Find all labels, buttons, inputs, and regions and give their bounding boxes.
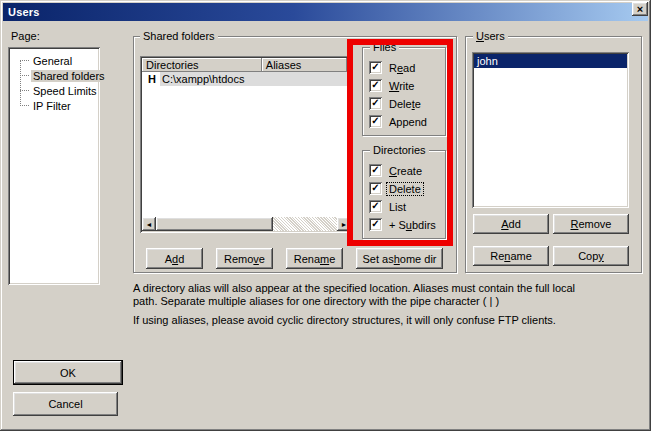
note-line: A directory alias will also appear at th…	[133, 282, 575, 294]
checkbox-dir-delete[interactable]: ✓	[369, 182, 382, 195]
page-item-shared-folders[interactable]: Shared folders	[8, 68, 100, 83]
users-list[interactable]: john	[472, 52, 629, 208]
users-dialog: Users × Page: General Shared folders Spe…	[0, 0, 651, 431]
scroll-right-button[interactable]: ►	[337, 217, 351, 231]
page-tree: General Shared folders Speed Limits IP F…	[8, 53, 100, 113]
shared-rename-button[interactable]: Rename	[286, 248, 343, 269]
close-button[interactable]: ×	[632, 2, 648, 16]
note-line: path. Separate multiple aliases for one …	[133, 295, 499, 307]
checkbox-read[interactable]: ✓	[369, 61, 382, 74]
window-title: Users	[8, 6, 40, 18]
check-icon: ✓	[371, 80, 379, 90]
horizontal-scrollbar[interactable]: ◄ ►	[142, 217, 351, 231]
page-item-ip-filter[interactable]: IP Filter	[8, 98, 100, 113]
page-item-label: General	[31, 55, 74, 67]
checkbox-label-write[interactable]: Write	[387, 80, 416, 92]
page-item-label: IP Filter	[31, 100, 73, 112]
checkbox-label-create[interactable]: Create	[387, 165, 424, 177]
page-item-label: Shared folders	[31, 70, 107, 82]
checkbox-row-list[interactable]: ✓ List	[369, 200, 408, 213]
listview-header: Directories Aliases	[142, 58, 351, 72]
checkbox-subdirs[interactable]: ✓	[369, 218, 382, 231]
note-line: If using aliases, please avoid cyclic di…	[133, 314, 556, 326]
checkbox-row-read[interactable]: ✓ Read	[369, 61, 417, 74]
checkbox-append[interactable]: ✓	[369, 115, 382, 128]
directory-path: C:\xampp\htdocs	[160, 72, 351, 86]
shared-add-button[interactable]: Add	[146, 248, 203, 269]
checkbox-list[interactable]: ✓	[369, 200, 382, 213]
checkbox-row-subdirs[interactable]: ✓ + Subdirs	[369, 218, 438, 231]
check-icon: ✓	[371, 165, 379, 175]
shared-remove-button[interactable]: Remove	[216, 248, 273, 269]
checkbox-label-append[interactable]: Append	[387, 116, 429, 128]
scroll-right-icon: ►	[341, 221, 348, 228]
scrollbar-track[interactable]	[273, 217, 337, 231]
directory-row[interactable]: H C:\xampp\htdocs	[142, 72, 351, 86]
files-group-label: Files	[370, 41, 399, 53]
close-icon: ×	[637, 4, 643, 15]
scroll-left-icon: ◄	[146, 221, 153, 228]
ok-button[interactable]: OK	[13, 360, 123, 385]
check-icon: ✓	[371, 98, 379, 108]
title-bar[interactable]: Users	[3, 3, 648, 21]
user-copy-button[interactable]: Copy	[553, 246, 629, 266]
page-label: Page:	[11, 30, 40, 42]
scroll-left-button[interactable]: ◄	[142, 217, 156, 231]
page-item-speed-limits[interactable]: Speed Limits	[8, 83, 100, 98]
user-item-john[interactable]: john	[474, 54, 627, 68]
check-icon: ✓	[371, 201, 379, 211]
checkbox-row-append[interactable]: ✓ Append	[369, 115, 429, 128]
checkbox-row-file-delete[interactable]: ✓ Delete	[369, 97, 423, 110]
check-icon: ✓	[371, 116, 379, 126]
shared-folders-group-label: Shared folders	[140, 30, 218, 42]
cancel-button[interactable]: Cancel	[13, 392, 118, 416]
scrollbar-thumb[interactable]	[156, 217, 273, 231]
user-remove-button[interactable]: Remove	[553, 214, 629, 234]
checkbox-label-file-delete[interactable]: Delete	[387, 98, 423, 110]
checkbox-label-dir-delete[interactable]: Delete	[387, 183, 423, 195]
column-header-filler	[347, 58, 351, 72]
checkbox-label-read[interactable]: Read	[387, 62, 417, 74]
home-flag: H	[142, 73, 160, 85]
set-as-home-dir-button[interactable]: Set as home dir	[356, 248, 443, 269]
checkbox-label-list[interactable]: List	[387, 201, 408, 213]
user-add-button[interactable]: Add	[473, 214, 549, 234]
column-header-directories[interactable]: Directories	[142, 58, 262, 72]
checkbox-write[interactable]: ✓	[369, 79, 382, 92]
check-icon: ✓	[371, 62, 379, 72]
user-rename-button[interactable]: Rename	[473, 246, 549, 266]
checkbox-row-dir-delete[interactable]: ✓ Delete	[369, 182, 423, 195]
checkbox-create[interactable]: ✓	[369, 164, 382, 177]
directories-group-label: Directories	[370, 144, 429, 156]
check-icon: ✓	[371, 219, 379, 229]
checkbox-label-subdirs[interactable]: + Subdirs	[387, 219, 438, 231]
checkbox-file-delete[interactable]: ✓	[369, 97, 382, 110]
users-group-label: Users	[473, 30, 508, 42]
check-icon: ✓	[371, 183, 379, 193]
checkbox-row-write[interactable]: ✓ Write	[369, 79, 416, 92]
page-list[interactable]: General Shared folders Speed Limits IP F…	[8, 47, 100, 285]
checkbox-row-create[interactable]: ✓ Create	[369, 164, 424, 177]
page-item-label: Speed Limits	[31, 85, 99, 97]
column-header-aliases[interactable]: Aliases	[262, 58, 347, 72]
page-item-general[interactable]: General	[8, 53, 100, 68]
